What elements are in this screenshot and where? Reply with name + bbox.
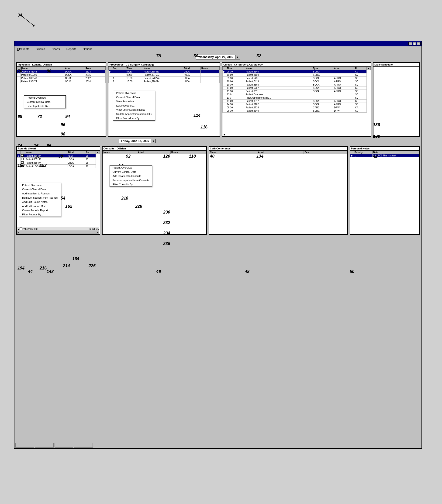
label-36: 36 <box>35 154 40 159</box>
menu-patients[interactable]: PPatients <box>16 47 30 51</box>
ctx-clinical-data[interactable]: Current Clinical Data <box>24 100 66 104</box>
ctx-filter-consults[interactable]: Filter Consults By ... <box>110 182 152 186</box>
proc-name: Patient,868583 <box>143 70 183 73</box>
cli-type: SCCA <box>312 77 333 80</box>
row-indicator <box>223 90 226 93</box>
status-segment-3 <box>54 443 73 448</box>
close-button[interactable]: × <box>417 42 421 45</box>
table-row[interactable]: 10:00 Patient,8109 SURG CV <box>223 73 371 77</box>
cli-room: SC <box>354 96 367 100</box>
proc-col-time: Time <box>126 67 143 70</box>
row-indicator <box>223 73 226 77</box>
proc-room <box>200 70 219 73</box>
menu-reports[interactable]: Reports <box>66 47 77 51</box>
cli-col-time: Time <box>226 67 245 70</box>
row-indicator <box>17 158 20 161</box>
row-indicator <box>17 77 20 80</box>
ctx-filter-procedures[interactable]: Filter Procedures By ... <box>113 116 155 120</box>
menu-studies[interactable]: Studies <box>35 47 46 51</box>
table-row[interactable]: ▶ 09:30 Patient,8640 SURG CV <box>223 70 371 73</box>
maximize-button[interactable]: ▣ <box>413 42 416 45</box>
ctx-create-rounds-report[interactable]: Create Rounds Report <box>19 208 61 212</box>
scroll-left-btn[interactable]: ◄ <box>18 231 19 233</box>
rounds-horizontal-scroll[interactable]: ◄ ► <box>17 231 99 234</box>
table-row[interactable]: Patient,LOGA00 LOOA 10 <box>17 164 100 168</box>
patient-room: 2513 <box>85 70 106 73</box>
table-row[interactable]: 14:00 Patient,3517 SCCA ARRO SC <box>223 100 371 103</box>
rnd-col-attnd: Attnd <box>67 151 85 154</box>
label-234: 234 <box>163 231 170 236</box>
table-row[interactable]: 08:30 Patient,6734 CARC DRW CA <box>223 106 371 109</box>
ctx-add-inpatient-rounds[interactable]: Add Inpatient to Rounds <box>19 191 61 196</box>
ctx-proc-patient-overview[interactable]: Patient Overview <box>113 91 155 95</box>
ctx-filter-rounds[interactable]: Filter Rounds By... <box>19 212 61 216</box>
table-row[interactable]: Patient,802943 OBJA 2522 <box>17 77 106 80</box>
procedures-context-menu: Patient Overview Current Clinical Data V… <box>113 91 155 121</box>
checkbox[interactable] <box>19 228 22 230</box>
ctx-view-enter-surgical[interactable]: View/Enter Surgical Data <box>113 108 155 112</box>
top-date-dropdown[interactable]: ▼ <box>235 55 240 59</box>
ctx-rnd-patient-overview[interactable]: Patient Overview <box>19 183 61 187</box>
consults-table: Name Attnd Room <box>103 151 206 154</box>
ctx-remove-inpatient-consults[interactable]: Remove Inpatient from Consults <box>110 178 152 182</box>
ctx-rnd-clinical-data[interactable]: Current Clinical Data <box>19 187 61 191</box>
table-row[interactable]: 11:00 Patient,6767 SCCA ARRO SC <box>223 87 371 90</box>
table-row[interactable]: 1 13:00 Patient,570274 HUJA <box>109 77 220 80</box>
row-indicator: ▶ <box>350 154 354 157</box>
table-row[interactable]: ▶ 1 09/17/03 This is a test <box>350 154 419 157</box>
table-row[interactable]: 10:30 Patient,8665 SCCA ARRO SC <box>223 83 371 87</box>
scroll-right-btn[interactable]: ► <box>97 231 99 233</box>
table-row[interactable]: 08:30 Patient,8640 SURG DRW CV <box>223 109 371 113</box>
menu-charts[interactable]: Charts <box>51 47 61 51</box>
bottom-date-dropdown[interactable]: ▼ <box>151 139 156 143</box>
bottom-panel-row: Rounds \ Heart Name Attnd Ro ▲ <box>16 146 420 235</box>
checkbox[interactable] <box>21 158 24 160</box>
table-row[interactable]: 2 13:00 Patient,570274 HUJA <box>109 80 220 83</box>
ctx-add-edit-round-notes[interactable]: Add/Edit Round Notes <box>19 200 61 204</box>
ctx-add-inpatient-consults[interactable]: Add Inpatient to Consults <box>110 174 152 178</box>
row-indicator <box>223 109 226 113</box>
patient-attnd: OBJA <box>67 161 85 164</box>
cli-time: 11:30 <box>226 90 245 93</box>
table-row[interactable]: Patient,838474 OBJA 25 <box>17 161 100 164</box>
table-row[interactable]: ▶ Patient,835148 LOGA 2513 <box>17 70 106 73</box>
rounds-bottom-row[interactable]: ▶ Patient,868593 KLST 25 <box>17 227 99 231</box>
title-bar-buttons: _ ▣ × <box>408 42 421 45</box>
cath-col-attnd: Attnd <box>257 151 303 154</box>
table-row[interactable]: 14:30 Patient,8162 SCCA ARRO SC <box>223 103 371 106</box>
ctx-proc-clinical-data[interactable]: Current Clinical Data <box>113 95 155 99</box>
table-row[interactable]: Patient,860299 LOGA 2515 <box>17 73 106 77</box>
table-row[interactable]: 10:00 Patient,7413 SCCA ARRO SC <box>223 80 371 83</box>
cli-name: Patient,5431 <box>245 77 312 80</box>
menu-options[interactable]: Options <box>82 47 93 51</box>
proc-seq: 2 <box>112 80 126 83</box>
table-row[interactable]: 13:0 Patient Overview SC <box>223 93 371 96</box>
cli-type: SURG <box>312 109 333 113</box>
ctx-filter-inpatients[interactable]: Filter Inpatients By... <box>24 104 66 108</box>
cli-type <box>312 96 333 100</box>
cli-room: CV <box>354 73 367 77</box>
ctx-patient-overview[interactable]: Patient Overview <box>24 96 66 100</box>
table-row[interactable]: Patient,838474 OBJA 2514 <box>17 80 106 83</box>
ctx-view-procedure[interactable]: View Procedure <box>113 99 155 104</box>
ctx-con-clinical-data[interactable]: Current Clinical Data <box>110 170 152 174</box>
ctx-update-appointments[interactable]: Update Appointments from HIS <box>113 112 155 116</box>
checkbox[interactable] <box>21 154 24 157</box>
table-row[interactable]: 11:30 Patient,8611 SCCA ARRO SC <box>223 90 371 93</box>
ctx-edit-procedure[interactable]: Edit Procedure... <box>113 104 155 108</box>
ctx-add-edit-round-misc[interactable]: Add/Edit Round Misc <box>19 204 61 208</box>
label-216: 216 <box>40 266 47 271</box>
table-row[interactable]: 13:3 Filter Appointments By... SC <box>223 96 371 100</box>
table-row[interactable]: 09:30 Patient,5431 SCCA ARRO SC <box>223 77 371 80</box>
table-row[interactable]: ▶ 07:30 Patient,868583 OBJA <box>109 70 220 73</box>
ctx-remove-inpatient-rounds[interactable]: Remove Inpatient from Rounds <box>19 196 61 200</box>
table-row[interactable]: 08:30 Patient,307623 HUJA <box>109 73 220 77</box>
label-96: 96 <box>61 122 65 127</box>
menu-bar: PPatients Studies Charts Reports Options <box>15 46 422 52</box>
ctx-con-patient-overview[interactable]: Patient Overview <box>110 165 152 170</box>
label-76: 76 <box>34 143 38 148</box>
minimize-button[interactable]: _ <box>408 42 412 45</box>
top-panel-row: Inpatients - Lofland, O'Brien Name Attnd… <box>16 62 420 137</box>
scroll-left-indicator[interactable]: ◄ <box>223 133 225 136</box>
inpatients-table: Name Attnd Room ▶ Patient,835148 LOGA 25… <box>17 67 106 83</box>
